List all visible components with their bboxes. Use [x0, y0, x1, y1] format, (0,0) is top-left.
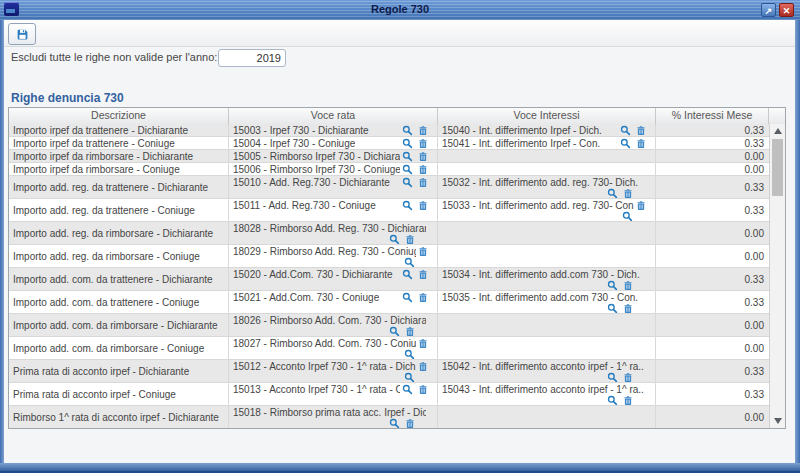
trash-icon[interactable]	[636, 138, 646, 149]
search-icon[interactable]	[389, 234, 400, 244]
trash-icon[interactable]	[623, 395, 633, 405]
search-icon[interactable]	[402, 292, 413, 303]
window-titlebar[interactable]: Regole 730 ↗ ✕	[0, 0, 800, 21]
search-icon[interactable]	[607, 188, 618, 198]
search-icon[interactable]	[607, 395, 618, 405]
table-row[interactable]: Importo add. com. da rimborsare - Dichia…	[9, 314, 769, 337]
trash-icon[interactable]	[418, 361, 428, 372]
trash-icon[interactable]	[418, 164, 428, 175]
cell-voce-rata: 18028 - Rimborso Add. Reg. 730 - Dichiar…	[229, 222, 438, 244]
search-icon[interactable]	[607, 372, 618, 382]
table-row[interactable]: Importo add. reg. da trattenere - Coniug…	[9, 199, 769, 222]
search-icon[interactable]	[404, 349, 415, 359]
search-icon[interactable]	[389, 326, 400, 336]
table-row[interactable]: Prima rata di acconto irpef - Dichiarant…	[9, 360, 769, 383]
trash-icon[interactable]	[418, 177, 428, 188]
cell-voce-rata: 18026 - Rimborso Add. Com. 730 - Dichiar…	[229, 314, 438, 336]
trash-icon[interactable]	[418, 338, 428, 349]
trash-icon[interactable]	[418, 125, 428, 136]
cell-voce-rata: 15006 - Rimborso Irpef 730 - Coniuge	[229, 163, 438, 175]
trash-icon[interactable]	[418, 138, 428, 149]
table-row[interactable]: Importo add. com. da rimborsare - Coniug…	[9, 337, 769, 360]
save-button[interactable]	[8, 23, 36, 45]
table-row[interactable]: Importo irpef da rimborsare - Coniuge 15…	[9, 163, 769, 176]
column-header-voce-rata[interactable]: Voce rata	[229, 108, 438, 124]
cell-perc-interessi: 0.33	[656, 199, 769, 221]
trash-icon[interactable]	[636, 200, 646, 211]
trash-icon[interactable]	[405, 418, 415, 428]
vertical-scrollbar[interactable]	[769, 124, 785, 428]
search-icon[interactable]	[402, 200, 413, 211]
cell-perc-interessi: 0.00	[656, 337, 769, 359]
cell-voce-interessi: 15035 - Int. differimento add.com 730 - …	[438, 291, 656, 313]
trash-icon[interactable]	[405, 326, 415, 336]
maximize-icon[interactable]: ↗	[761, 3, 776, 17]
search-icon[interactable]	[607, 303, 618, 313]
search-icon[interactable]	[402, 269, 413, 280]
search-icon[interactable]	[607, 280, 618, 290]
cell-voce-interessi	[438, 314, 656, 336]
search-icon[interactable]	[620, 125, 631, 136]
table-row[interactable]: Importo add. reg. da rimborsare - Dichia…	[9, 222, 769, 245]
table-body: Importo irpef da trattenere - Dichiarant…	[9, 124, 769, 428]
table-row[interactable]: Importo irpef da trattenere - Coniuge 15…	[9, 137, 769, 150]
cell-descrizione: Importo add. reg. da rimborsare - Dichia…	[9, 222, 229, 244]
column-header-perc-interessi[interactable]: % Interessi Mese	[656, 108, 769, 124]
table-row[interactable]: Importo add. com. da trattenere - Dichia…	[9, 268, 769, 291]
cell-descrizione: Importo add. reg. da rimborsare - Coniug…	[9, 245, 229, 267]
trash-icon[interactable]	[623, 280, 633, 290]
table-row[interactable]: Importo add. reg. da trattenere - Dichia…	[9, 176, 769, 199]
search-icon[interactable]	[402, 177, 413, 188]
cell-descrizione: Rimborso 1^ rata di acconto irpef - Dich…	[9, 406, 229, 428]
cell-voce-interessi: 15032 - Int. differimento add. reg. 730-…	[438, 176, 656, 198]
cell-voce-rata: 18029 - Rimborso Add. Reg. 730 - Coniuge	[229, 245, 438, 267]
trash-icon[interactable]	[418, 151, 428, 162]
trash-icon[interactable]	[418, 384, 428, 395]
search-icon[interactable]	[620, 138, 631, 149]
search-icon[interactable]	[404, 257, 415, 267]
cell-voce-rata: 15010 - Add. Reg.730 - Dichiarante	[229, 176, 438, 198]
table-row[interactable]: Importo irpef da rimborsare - Dichiarant…	[9, 150, 769, 163]
trash-icon[interactable]	[418, 200, 428, 211]
search-icon[interactable]	[402, 138, 413, 149]
table-row[interactable]: Importo add. com. da trattenere - Coniug…	[9, 291, 769, 314]
search-icon[interactable]	[622, 211, 633, 221]
window-border-left	[0, 20, 4, 473]
cell-descrizione: Importo irpef da rimborsare - Coniuge	[9, 163, 229, 175]
cell-perc-interessi: 0.00	[656, 406, 769, 428]
table-row[interactable]: Prima rata di acconto irpef - Coniuge 15…	[9, 383, 769, 406]
trash-icon[interactable]	[623, 372, 633, 382]
search-icon[interactable]	[389, 418, 400, 428]
search-icon[interactable]	[402, 151, 413, 162]
cell-descrizione: Importo add. com. da rimborsare - Coniug…	[9, 337, 229, 359]
trash-icon[interactable]	[623, 303, 633, 313]
cell-voce-interessi: 15043 - Int. differimento acconto irpef …	[438, 383, 656, 405]
trash-icon[interactable]	[623, 188, 633, 198]
cell-perc-interessi: 0.00	[656, 314, 769, 336]
table-row[interactable]: Importo irpef da trattenere - Dichiarant…	[9, 124, 769, 137]
column-header-voce-interessi[interactable]: Voce Interessi	[438, 108, 656, 124]
table-row[interactable]: Rimborso 1^ rata di acconto irpef - Dich…	[9, 406, 769, 428]
search-icon[interactable]	[402, 384, 413, 395]
trash-icon[interactable]	[418, 269, 428, 280]
floppy-disk-icon	[16, 28, 29, 41]
search-icon[interactable]	[404, 372, 415, 382]
trash-icon[interactable]	[405, 234, 415, 244]
cell-perc-interessi: 0.33	[656, 124, 769, 136]
cell-voce-interessi	[438, 406, 656, 428]
trash-icon[interactable]	[636, 125, 646, 136]
scroll-up-icon[interactable]	[770, 124, 785, 138]
column-header-descrizione[interactable]: Descrizione	[9, 108, 229, 124]
search-icon[interactable]	[402, 164, 413, 175]
cell-voce-rata: 15004 - Irpef 730 - Coniuge	[229, 137, 438, 149]
scrollbar-thumb[interactable]	[772, 139, 783, 196]
close-icon[interactable]: ✕	[779, 3, 794, 17]
cell-voce-interessi: 15033 - Int. differimento add. reg. 730-…	[438, 199, 656, 221]
cell-voce-interessi	[438, 222, 656, 244]
trash-icon[interactable]	[418, 246, 428, 257]
year-input[interactable]	[218, 49, 286, 67]
scroll-down-icon[interactable]	[770, 414, 785, 428]
trash-icon[interactable]	[418, 292, 428, 303]
table-row[interactable]: Importo add. reg. da rimborsare - Coniug…	[9, 245, 769, 268]
search-icon[interactable]	[402, 125, 413, 136]
